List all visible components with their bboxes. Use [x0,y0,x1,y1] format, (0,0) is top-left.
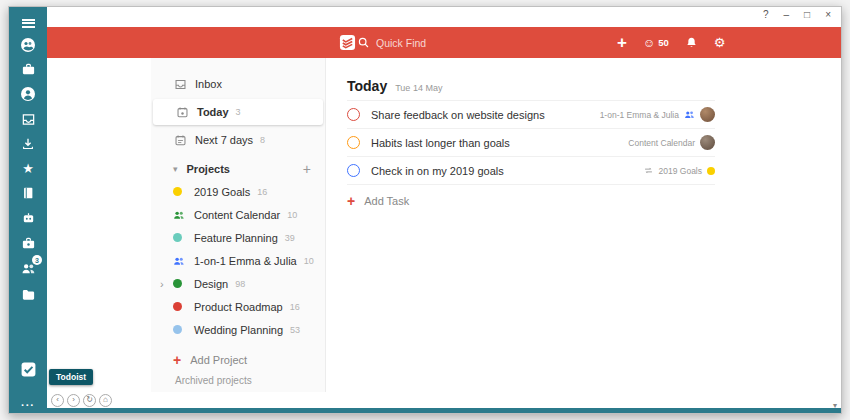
plus-icon: + [347,194,355,208]
projects-header[interactable]: ▾ Projects + [151,158,325,180]
shared-project-people-icon [173,255,187,267]
todoist-app-icon[interactable] [9,359,47,379]
add-task-label: Add Task [364,195,409,207]
bell-icon [685,36,698,49]
page-title: Today [347,78,387,94]
task-checkbox[interactable] [347,164,360,177]
search-placeholder: Quick Find [376,37,426,49]
project-name: Feature Planning [194,232,278,244]
add-project-label: Add Project [190,354,247,366]
sidebar-item-today[interactable]: Today 3 [153,99,323,125]
week-calendar-icon [173,134,187,147]
ellipsis-icon: ··· [21,400,35,411]
search-icon [357,36,370,49]
refresh-button[interactable]: ↻ [83,394,96,407]
todoist-logo[interactable] [339,34,356,55]
locker-icon[interactable] [9,233,47,253]
home-button[interactable]: ⌂ [99,394,112,407]
downloads-icon[interactable] [9,134,47,154]
settings-button[interactable]: ⚙ [714,36,726,49]
project-row-feature-planning[interactable]: Feature Planning 39 [151,226,325,249]
project-row-product-roadmap[interactable]: Product Roadmap 16 [151,295,325,318]
add-project-button[interactable]: + Add Project [151,349,325,371]
more-icon[interactable]: ··· [9,395,47,415]
header-actions: + ☺ 50 ⚙ [617,27,725,58]
app-window: ★ 3 ··· Todoist ? – □ × [8,6,842,414]
karma-button[interactable]: ☺ 50 [643,37,669,49]
project-name: 1-on-1 Emma & Julia [194,255,297,267]
repeat-icon [643,165,654,176]
sidebar-item-inbox[interactable]: Inbox [151,72,325,96]
project-row-wedding-planning[interactable]: Wedding Planning 53 [151,318,325,341]
app-rail: ★ 3 ··· [9,7,47,413]
project-row-2019-goals[interactable]: 2019 Goals 16 [151,180,325,203]
task-checkbox[interactable] [347,136,360,149]
team-icon[interactable]: 3 [9,258,47,278]
contacts-icon[interactable] [9,35,47,55]
task-text: Habits last longer than goals [371,137,510,149]
star-icon: ★ [22,162,34,175]
bottom-accent-strip [9,408,841,413]
sidebar-item-label: Today [197,106,229,118]
task-project-label[interactable]: Content Calendar [628,138,695,148]
favorites-icon[interactable]: ★ [9,158,47,178]
project-count: 16 [257,187,267,197]
shared-project-people-icon [684,109,695,120]
task-row[interactable]: Habits last longer than goals Content Ca… [347,129,715,157]
expand-chevron-icon[interactable]: › [160,278,164,290]
task-checkbox[interactable] [347,108,360,121]
people-circle-icon [20,37,36,53]
project-name: Design [194,278,228,290]
task-meta: Content Calendar [628,135,715,150]
page-date: Tue 14 May [395,83,442,93]
task-project-label[interactable]: 1-on-1 Emma & Julia [600,110,679,120]
notifications-button[interactable] [685,36,698,49]
sidebar-item-label: Inbox [195,78,222,90]
karma-score: 50 [658,37,669,48]
project-count: 16 [290,302,300,312]
minimize-button[interactable]: – [784,10,790,20]
task-project-label[interactable]: 2019 Goals [659,166,702,176]
team-badge: 3 [32,255,42,265]
project-color-dot [173,233,182,242]
shared-project-people-icon [173,209,187,221]
project-count: 10 [304,256,314,266]
todoist-header: Quick Find + ☺ 50 ⚙ [47,27,841,58]
sidebar-item-next-7-days[interactable]: Next 7 days 8 [151,128,325,152]
inbox-tray-icon[interactable] [9,109,47,129]
notebook-icon[interactable] [9,183,47,203]
project-count: 39 [285,233,295,243]
project-color-dot [173,279,182,288]
project-color-dot [173,325,182,334]
archived-projects-link[interactable]: Archived projects [175,375,252,386]
quick-add-button[interactable]: + [617,34,627,51]
project-row-1-on-1[interactable]: 1-on-1 Emma & Julia 10 [151,249,325,272]
profile-icon[interactable] [9,84,47,104]
close-button[interactable]: × [825,10,831,20]
add-project-plus-icon[interactable]: + [303,161,311,177]
forward-button[interactable]: › [67,394,80,407]
task-text: Share feedback on website designs [371,109,545,121]
project-name: Content Calendar [194,209,280,221]
assistant-icon[interactable] [9,208,47,228]
briefcase-icon[interactable] [9,59,47,79]
maximize-button[interactable]: □ [804,10,810,20]
inbox-icon [173,78,187,91]
menu-icon[interactable] [9,13,47,33]
files-icon[interactable] [9,284,47,304]
back-button[interactable]: ‹ [51,394,64,407]
project-name: Product Roadmap [194,301,283,313]
task-row[interactable]: Share feedback on website designs 1-on-1… [347,101,715,129]
chevron-down-icon[interactable]: ▾ [173,164,178,174]
search-input[interactable]: Quick Find [357,27,426,58]
item-count: 8 [260,135,265,145]
task-view: Today Tue 14 May Share feedback on websi… [327,58,841,392]
task-row[interactable]: Check in on my 2019 goals 2019 Goals [347,157,715,185]
project-row-design[interactable]: › Design 98 [151,272,325,295]
window-controls: ? – □ × [763,10,831,20]
project-row-content-calendar[interactable]: Content Calendar 10 [151,203,325,226]
todoist-tooltip: Todoist [49,369,93,385]
assignee-avatar [700,107,715,122]
help-button[interactable]: ? [763,10,769,20]
add-task-button[interactable]: + Add Task [347,194,715,208]
